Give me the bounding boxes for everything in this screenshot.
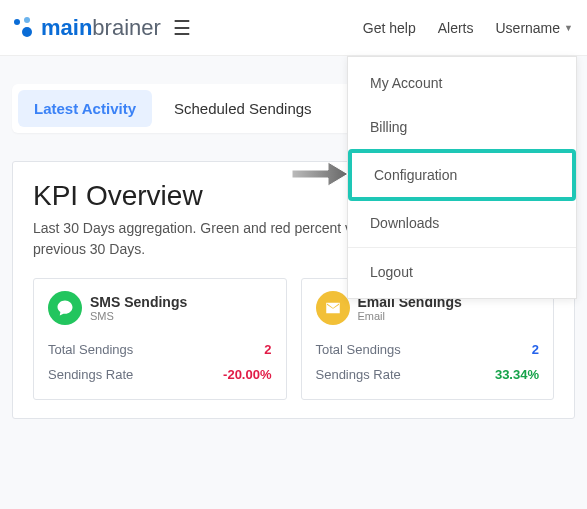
sms-rate-value: -20.00% <box>223 367 271 382</box>
email-total-value: 2 <box>532 342 539 357</box>
menu-configuration[interactable]: Configuration <box>352 153 572 197</box>
card-sms: SMS Sendings SMS Total Sendings 2 Sendin… <box>33 278 287 400</box>
tab-latest-activity[interactable]: Latest Activity <box>18 90 152 127</box>
email-total-label: Total Sendings <box>316 342 401 357</box>
sms-rate-label: Sendings Rate <box>48 367 133 382</box>
chevron-down-icon: ▼ <box>564 23 573 33</box>
menu-billing[interactable]: Billing <box>348 105 576 149</box>
menu-separator <box>348 247 576 248</box>
get-help-link[interactable]: Get help <box>363 20 416 36</box>
highlight-configuration: Configuration <box>348 149 576 201</box>
tutorial-arrow-icon <box>290 158 350 190</box>
topnav: Get help Alerts Username ▼ <box>363 20 573 36</box>
logo-dots-icon <box>14 17 36 39</box>
email-card-subtitle: Email <box>358 310 462 322</box>
email-rate-label: Sendings Rate <box>316 367 401 382</box>
logo[interactable]: mainbrainer <box>14 15 161 41</box>
tab-scheduled-sendings[interactable]: Scheduled Sendings <box>158 90 328 127</box>
logo-text: mainbrainer <box>41 15 161 41</box>
menu-downloads[interactable]: Downloads <box>348 201 576 245</box>
sms-total-value: 2 <box>264 342 271 357</box>
menu-my-account[interactable]: My Account <box>348 61 576 105</box>
sms-card-subtitle: SMS <box>90 310 187 322</box>
user-dropdown: My Account Billing Configuration Downloa… <box>347 56 577 299</box>
alerts-link[interactable]: Alerts <box>438 20 474 36</box>
email-icon <box>316 291 350 325</box>
svg-marker-0 <box>292 162 348 186</box>
username-label: Username <box>495 20 560 36</box>
username-menu[interactable]: Username ▼ <box>495 20 573 36</box>
topbar: mainbrainer ☰ Get help Alerts Username ▼… <box>0 0 587 56</box>
email-rate-value: 33.34% <box>495 367 539 382</box>
sms-total-label: Total Sendings <box>48 342 133 357</box>
sms-icon <box>48 291 82 325</box>
sms-card-title: SMS Sendings <box>90 294 187 310</box>
menu-logout[interactable]: Logout <box>348 250 576 294</box>
hamburger-icon[interactable]: ☰ <box>173 16 191 40</box>
